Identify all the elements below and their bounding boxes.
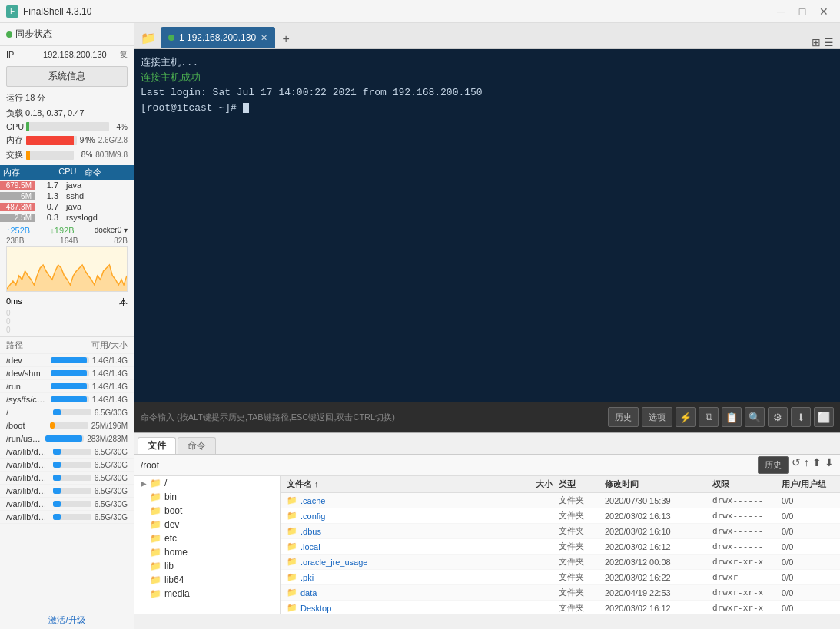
file-row[interactable]: 📁data 文件夹 2020/04/19 22:53 drwxr-xr-x 0/…	[281, 585, 840, 601]
fm-tab-commands[interactable]: 命令	[178, 437, 216, 454]
file-size	[510, 515, 556, 518]
tree-item-bin[interactable]: 📁 bin	[134, 490, 280, 504]
bolt-icon-button[interactable]: ⚡	[676, 407, 696, 427]
maximize-button[interactable]: □	[792, 3, 812, 20]
proc-cmd: java	[61, 202, 81, 211]
tree-item-lib[interactable]: 📁 lib	[134, 559, 280, 573]
process-header: 内存 CPU 命令	[0, 165, 134, 180]
folder-icon: 📁	[287, 588, 297, 598]
window-controls: ─ □ ✕	[771, 3, 834, 20]
fm-upload-button[interactable]: ⬆	[812, 456, 822, 474]
options-button[interactable]: 选项	[642, 407, 672, 427]
file-row[interactable]: 📁.oracle_jre_usage 文件夹 2020/03/12 00:08 …	[281, 555, 840, 570]
file-row[interactable]: 📁.config 文件夹 2020/03/02 16:13 drwx------…	[281, 508, 840, 524]
disk-bar-bg	[53, 409, 91, 415]
file-perm: drwx------	[709, 494, 779, 507]
file-owner: 0/0	[779, 495, 840, 507]
file-mtime: 2020/03/02 16:13	[602, 510, 709, 522]
tree-item-root[interactable]: ▶ 📁 /	[134, 476, 280, 490]
disk-bar-fill	[53, 449, 61, 455]
new-tab-button[interactable]: +	[277, 30, 295, 48]
fh-perm[interactable]: 权限	[709, 476, 779, 492]
tree-item-dev[interactable]: 📁 dev	[134, 518, 280, 531]
proc-cpu: 1.7	[35, 180, 61, 190]
disk-usage: 6.5G/30G	[95, 448, 128, 456]
disk-bar-bg	[51, 370, 89, 376]
file-perm: drwxr-xr-x	[709, 601, 779, 614]
file-type: 文件夹	[556, 508, 602, 523]
network-chart	[6, 246, 128, 292]
tree-item-boot[interactable]: 📁 boot	[134, 504, 280, 518]
fm-path: /root	[141, 460, 755, 471]
fm-toolbar: /root 历史 ↺ ↑ ⬆ ⬇	[134, 455, 840, 476]
fm-download-button[interactable]: ⬇	[825, 456, 834, 474]
disk-bar-fill	[51, 357, 88, 363]
tab-item-1[interactable]: 1 192.168.200.130 ✕	[161, 27, 275, 48]
file-row[interactable]: 📁Desktop 文件夹 2020/03/02 16:12 drwxr-xr-x…	[281, 601, 840, 614]
fh-type[interactable]: 类型	[556, 476, 602, 492]
fm-refresh-button[interactable]: ↺	[792, 456, 801, 474]
menu-button[interactable]: ☰	[824, 36, 834, 48]
terminal[interactable]: 连接主机... 连接主机成功 Last login: Sat Jul 17 14…	[134, 49, 840, 402]
disk-path: /boot	[6, 421, 47, 430]
tree-label: boot	[164, 505, 182, 516]
grid-view-button[interactable]: ⊞	[812, 36, 821, 48]
disk-usage: 1.4G/1.4G	[92, 369, 128, 378]
tree-item-etc[interactable]: 📁 etc	[134, 531, 280, 545]
mem-bar-bg	[26, 136, 77, 145]
proc-mem: 487.3M	[0, 203, 35, 211]
folder-icon[interactable]: 📁	[138, 27, 159, 48]
disk-path: /var/lib/do...	[6, 473, 50, 482]
tree-item-media[interactable]: 📁 media	[134, 587, 280, 601]
disk-path: /dev	[6, 356, 48, 365]
disk-usage: 6.5G/30G	[95, 461, 128, 469]
disk-row: /run 1.4G/1.4G	[0, 380, 134, 393]
minimize-button[interactable]: ─	[771, 3, 791, 20]
tree-item-home[interactable]: 📁 home	[134, 545, 280, 559]
tab-close-button[interactable]: ✕	[261, 33, 267, 43]
settings-icon-button[interactable]: ⚙	[768, 407, 788, 427]
cpu-bar-bg	[26, 122, 109, 131]
fm-tab-files[interactable]: 文件	[138, 437, 176, 454]
activate-button[interactable]: 激活/升级	[0, 611, 134, 629]
paste-icon-button[interactable]: 📋	[722, 407, 742, 427]
term-line: 连接主机...	[141, 55, 834, 71]
file-row[interactable]: 📁.cache 文件夹 2020/07/30 15:39 drwx------ …	[281, 493, 840, 508]
fh-size[interactable]: 大小	[510, 476, 556, 492]
disk-path: /	[6, 408, 50, 417]
fullscreen-icon-button[interactable]: ⬜	[814, 407, 834, 427]
file-name: 📁Desktop	[281, 601, 510, 614]
ip-copy-button[interactable]: 复	[120, 49, 128, 60]
folder-icon: 📁	[150, 574, 161, 585]
terminal-cursor	[243, 103, 249, 113]
file-row[interactable]: 📁.dbus 文件夹 2020/03/02 16:10 drwx------ 0…	[281, 524, 840, 539]
file-row[interactable]: 📁.pki 文件夹 2020/03/02 16:22 drwxr----- 0/…	[281, 570, 840, 585]
tabbar-left: 📁 1 192.168.200.130 ✕ +	[138, 27, 295, 48]
disk-bar-bg	[53, 488, 91, 494]
fh-owner[interactable]: 用户/用户组	[779, 476, 840, 492]
sysinfo-button[interactable]: 系统信息	[6, 66, 128, 87]
fh-mtime[interactable]: 修改时间	[602, 476, 709, 492]
fh-name[interactable]: 文件名 ↑	[281, 476, 510, 492]
file-mtime: 2020/03/02 16:22	[602, 571, 709, 584]
download-icon-button[interactable]: ⬇	[791, 407, 811, 427]
sync-label: 同步状态	[15, 28, 52, 41]
folder-icon: 📁	[150, 561, 161, 571]
file-row[interactable]: 📁.local 文件夹 2020/03/02 16:12 drwx------ …	[281, 539, 840, 555]
tree-label: /	[164, 478, 167, 488]
disk-bar-fill	[51, 383, 88, 389]
history-button[interactable]: 历史	[608, 407, 639, 427]
copy-icon-button[interactable]: ⧉	[699, 407, 719, 427]
folder-icon: 📁	[287, 495, 297, 505]
fm-history-button[interactable]: 历史	[758, 456, 789, 474]
search-icon-button[interactable]: 🔍	[745, 407, 765, 427]
proc-row: 679.5M 1.7 java	[0, 180, 134, 190]
chart-scale: 238B 164B 82B	[6, 237, 128, 246]
command-hint: 命令输入 (按ALT键提示历史,TAB键路径,ESC键返回,双击CTRL切换)	[141, 412, 395, 422]
tree-item-lib64[interactable]: 📁 lib64	[134, 573, 280, 587]
disk-row: /dev 1.4G/1.4G	[0, 354, 134, 367]
file-size	[510, 576, 556, 579]
close-button[interactable]: ✕	[814, 3, 834, 20]
fm-up-button[interactable]: ↑	[804, 456, 809, 474]
proc-cpu: 0.3	[35, 213, 61, 222]
